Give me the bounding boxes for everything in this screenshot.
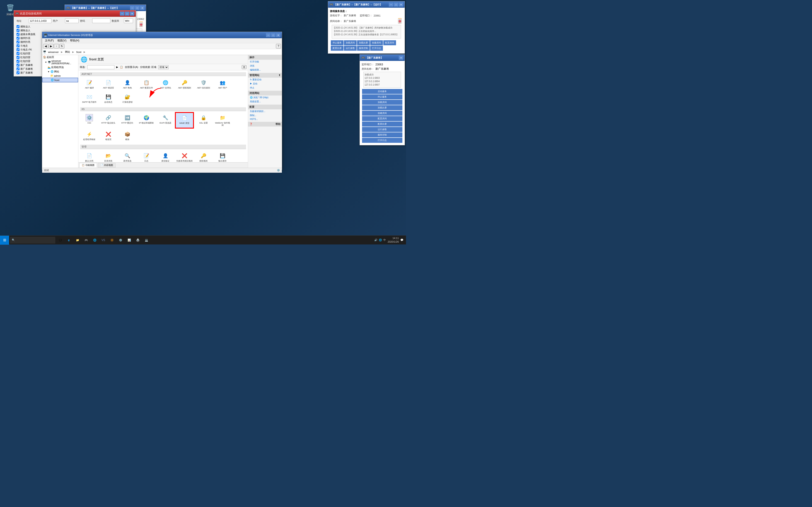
show-all-btn[interactable]: 全部显示(A) — [125, 65, 138, 69]
sidebar-front[interactable]: 🌐 front — [42, 78, 78, 82]
panel-edit-perms[interactable]: 编辑权限... — [248, 68, 282, 72]
iis-icon-session[interactable]: 💾 会话状态 — [99, 92, 117, 105]
iis-icon-dotnet-trust[interactable]: 🛡️ .NET 信任级别 — [194, 77, 212, 91]
gw3-config-room[interactable]: 配置房间 — [362, 116, 402, 121]
menu-file[interactable]: 文件(F) — [43, 38, 55, 43]
gw3-create-room[interactable]: 创建房间 — [362, 111, 402, 116]
taskbar-ie[interactable]: e — [65, 236, 73, 244]
panel-failed-req[interactable]: 失败请求跟踪... — [248, 109, 282, 113]
iis-icon-http-redirect[interactable]: ➡️ HTTP 重定向 — [118, 112, 136, 128]
panel-browse-http[interactable]: 🌐 浏览 *:80 (http) — [248, 96, 282, 100]
addr-winserver[interactable]: winserver — [47, 51, 60, 53]
toolbar-up[interactable]: ↑ — [54, 44, 59, 48]
panel-hsts[interactable]: HSTS... — [248, 117, 282, 121]
group-select[interactable]: 区域 — [158, 65, 168, 69]
gw2-open-log[interactable]: 打开日志 — [370, 46, 383, 51]
iis-icon-mime-types[interactable]: 📄 MIME 类型 — [175, 112, 194, 128]
filter-input[interactable] — [87, 65, 114, 69]
iis-icon-ip-restrict[interactable]: 🌍 IP 地址和域限制 — [137, 112, 155, 128]
iis-icon-machine-key[interactable]: 🔐 计算机密钥 — [118, 92, 136, 105]
iis-icon-fail-request[interactable]: ❌ 失败请求跟踪规则 — [175, 151, 194, 162]
iis-icon-dotnet-user[interactable]: 👥 .NET 用户 — [213, 77, 232, 91]
taskbar-app4[interactable]: 🔆 — [108, 236, 116, 244]
panel-browse[interactable]: 浏览 — [248, 64, 282, 68]
panel-restart[interactable]: ↻ 重新启动 — [248, 78, 282, 82]
iis-icon-isapi[interactable]: 🔧 ISAPI 筛选器 — [156, 112, 174, 128]
iis-icon-dotnet-error[interactable]: 📄 .NET 错误页 — [99, 77, 117, 91]
sidebar-winserver[interactable]: ▼ 🖥️ winserver (WINSERVER\Ad... — [42, 59, 78, 65]
gw1-minimize[interactable]: ─ — [130, 6, 135, 10]
iis-icon-webdav[interactable]: 📁 WebDAV 创作规则 — [213, 112, 232, 128]
iis-close-btn[interactable]: ✕ — [276, 33, 281, 37]
gw3-start-service[interactable]: 启动服务 — [362, 89, 402, 94]
gw3-run-params[interactable]: 运行参数 — [362, 127, 402, 132]
game-item-0[interactable]: 捕鱼达人 — [16, 25, 133, 28]
db-input[interactable] — [124, 18, 133, 23]
taskbar-app1[interactable]: 🎮 — [82, 236, 90, 244]
gw2-config-room[interactable]: 配置房间 — [383, 40, 396, 45]
gw2-minimize[interactable]: ─ — [389, 2, 393, 7]
taskbar-app2[interactable]: 🌐 — [91, 236, 99, 244]
taskbar-app3[interactable]: VS — [99, 236, 107, 244]
taskbar-app5[interactable]: ⚙️ — [116, 236, 124, 244]
startup-dialog-close[interactable]: ✕ — [130, 11, 134, 16]
startup-dialog-titlebar[interactable]: 🎮 此是启动游戏房间 ─ □ ✕ — [14, 10, 136, 17]
iis-icon-dir-browse[interactable]: 📂 目录浏览 — [99, 151, 117, 162]
gw2-load-match[interactable]: 加载比赛 — [357, 40, 370, 45]
iis-icon-dotnet-config[interactable]: 📋 .NET 配置文件 — [137, 77, 155, 91]
gw2-maximize[interactable]: □ — [394, 2, 398, 7]
iis-icon-error-page[interactable]: ❌ 错误页 — [99, 129, 117, 143]
gw3-load-room[interactable]: 加载房间 — [362, 100, 402, 105]
gw2-stop-service[interactable]: 停止服务 — [331, 40, 344, 45]
taskbar-app7[interactable]: 🖨️ — [134, 236, 142, 244]
menu-view[interactable]: 视图(V) — [55, 38, 68, 43]
tab-content-view[interactable]: 📄 内容视图 — [98, 163, 115, 168]
iis-icon-dotnet-auth[interactable]: 🔑 .NET 授权规则 — [175, 77, 194, 91]
panel-stop[interactable]: 停止 — [248, 86, 282, 90]
address-input[interactable] — [29, 18, 51, 23]
tab-feature-view[interactable]: 📋 功能视图 — [79, 163, 97, 168]
start-button[interactable]: ⊞ — [0, 236, 9, 245]
toolbar-back[interactable]: ◀ — [43, 44, 48, 48]
sidebar-admin[interactable]: 📁 admin — [42, 74, 78, 78]
iis-icon-default-doc[interactable]: 📄 默认文档 — [80, 151, 98, 162]
iis-icon-request-filter[interactable]: 🔍 请求筛选 — [118, 151, 136, 162]
gw2-config-match[interactable]: 配置比赛 — [331, 46, 344, 51]
iis-icon-output-cache[interactable]: 💾 输出缓存 — [213, 151, 232, 162]
iis-icon-module[interactable]: 📦 模块 — [118, 129, 136, 143]
iis-icon-smtp[interactable]: ✉️ SMTP 电子邮件 — [80, 92, 98, 105]
iis-icon-dotnet-compile[interactable]: 📝 .NET 编译 — [80, 77, 98, 91]
toolbar-help[interactable]: ? — [276, 44, 281, 48]
gw1-close[interactable]: ✕ — [140, 6, 145, 10]
sidebar-websites[interactable]: ▼ 🌐 网站 — [42, 69, 78, 74]
taskbar-task-view[interactable]: ❑ — [56, 236, 64, 244]
panel-start[interactable]: ▶ 启动 — [248, 82, 282, 86]
startup-dialog-maximize[interactable]: □ — [125, 11, 130, 16]
gw2-create-room[interactable]: 创建房间 — [370, 40, 383, 45]
taskbar-file-explorer[interactable]: 📁 — [73, 236, 82, 244]
game-window-2-titlebar[interactable]: 🎮 【新广东麻将】--【新广东麻将】--【运行】 ─ □ ✕ — [328, 1, 405, 8]
gw3-config-match[interactable]: 配置比赛 — [362, 121, 402, 126]
startup-dialog-minimize[interactable]: ─ — [120, 11, 124, 16]
taskbar-search[interactable]: 🔍 — [10, 237, 55, 243]
password-input[interactable] — [92, 18, 110, 23]
gw3-stop-service[interactable]: 停止服务 — [362, 94, 402, 99]
iis-icon-auth-rules[interactable]: 🔑 授权规则 — [194, 151, 212, 162]
gw2-service-ctrl[interactable]: 服务控制 — [357, 46, 370, 51]
iis-icon-log[interactable]: 📝 日志 — [137, 151, 155, 162]
gw3-open-log[interactable]: 打开日志 — [362, 138, 402, 143]
taskbar-app6[interactable]: 📊 — [125, 236, 133, 244]
action-center-icon[interactable]: 💬 — [400, 236, 404, 244]
gw3-service-ctrl[interactable]: 服务控制 — [362, 132, 402, 137]
view-toggle[interactable]: ☰ — [242, 65, 247, 69]
iis-icon-http-endpoint[interactable]: 🔗 HTTP 端点标头 — [99, 112, 117, 128]
gw2-load-room[interactable]: 加载房间 — [344, 40, 357, 45]
iis-icon-ssl[interactable]: 🔒 SSL 设置 — [194, 112, 212, 128]
gw2-run-params[interactable]: 运行参数 — [344, 46, 357, 51]
iis-maximize-btn[interactable]: □ — [271, 33, 275, 37]
iis-icon-auth[interactable]: 👤 身份验证 — [156, 151, 174, 162]
addr-front[interactable]: front — [75, 51, 82, 53]
iis-icon-dotnet-global[interactable]: 🌐 .NET 全球化 — [156, 77, 174, 91]
sidebar-app-pool[interactable]: 🏊 应用程序池 — [42, 65, 78, 69]
panel-open-features[interactable]: 打开功能 — [248, 60, 282, 64]
